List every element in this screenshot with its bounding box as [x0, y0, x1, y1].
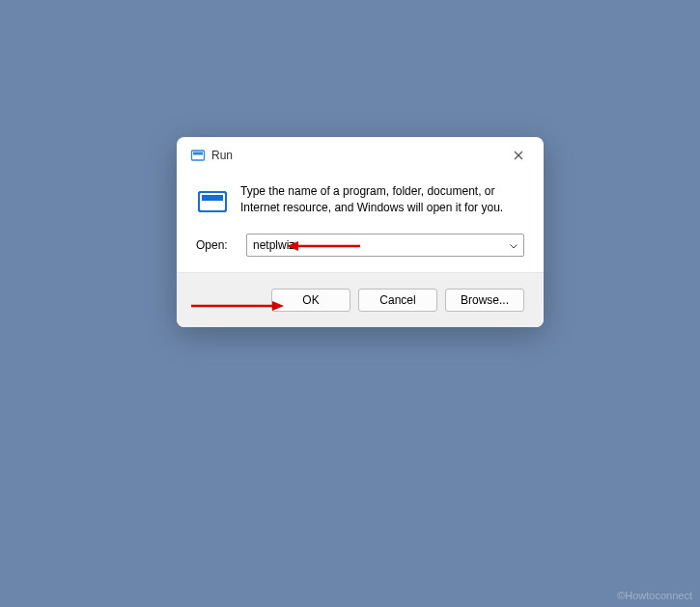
run-title-icon — [190, 148, 206, 163]
open-combobox[interactable] — [246, 234, 524, 257]
dialog-title: Run — [211, 149, 505, 162]
svg-rect-1 — [193, 152, 203, 155]
close-button[interactable] — [505, 144, 532, 167]
run-icon — [196, 185, 229, 218]
button-panel: OK Cancel Browse... — [177, 272, 544, 327]
open-row: Open: — [196, 234, 524, 257]
close-icon — [514, 151, 523, 160]
ok-button[interactable]: OK — [271, 289, 350, 312]
description-text: Type the name of a program, folder, docu… — [240, 183, 524, 216]
open-label: Open: — [196, 238, 237, 252]
description-row: Type the name of a program, folder, docu… — [196, 183, 524, 218]
svg-rect-5 — [202, 195, 223, 201]
watermark: ©Howtoconnect — [617, 590, 692, 601]
cancel-button[interactable]: Cancel — [358, 289, 437, 312]
run-dialog: Run Type the name of a program, folder, … — [177, 137, 544, 327]
open-input[interactable] — [247, 235, 523, 256]
dialog-content: Type the name of a program, folder, docu… — [177, 170, 544, 272]
browse-button[interactable]: Browse... — [445, 289, 524, 312]
titlebar: Run — [177, 137, 544, 170]
